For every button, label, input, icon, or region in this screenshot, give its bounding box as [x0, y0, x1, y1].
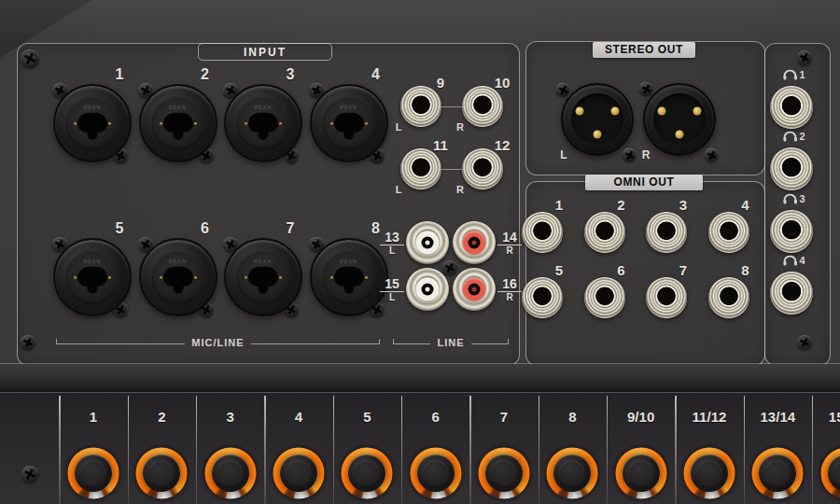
jack-number: 1	[799, 70, 805, 80]
xlr-trs-combo-connector[interactable]: REAN	[310, 238, 388, 316]
jack-number: 9	[437, 75, 444, 91]
omni-out-label-plate: OMNI OUT	[585, 175, 703, 190]
phone-jack-connector[interactable]	[522, 212, 563, 253]
phone-jack-connector[interactable]	[584, 212, 625, 253]
xlr-trs-combo-connector[interactable]: REAN	[310, 84, 388, 162]
phone-jack-connector[interactable]	[770, 210, 813, 253]
jack-number: 10	[495, 75, 511, 91]
mic-line-group-label: MIC/LINE	[191, 337, 244, 348]
xlr-trs-combo-connector[interactable]: REAN	[139, 238, 217, 316]
combo-hole	[248, 267, 278, 287]
input-section-label: INPUT	[198, 43, 332, 61]
jack-number: 2	[201, 66, 209, 83]
channel-number: 6	[431, 409, 439, 425]
xlr-trs-combo-connector[interactable]: REAN	[53, 238, 132, 316]
knob-cap-inner	[628, 461, 653, 486]
combo-face: REAN	[322, 96, 376, 150]
chassis-shadow-band	[0, 364, 840, 392]
channel-number: 7	[500, 409, 508, 425]
phones-label: 2	[783, 132, 805, 142]
xlr-trs-combo-connector[interactable]: REAN	[53, 84, 132, 162]
phone-jack-connector[interactable]	[462, 86, 503, 127]
input-label-text: INPUT	[244, 46, 287, 59]
knob-cap-inner	[355, 461, 380, 486]
knob-cap-inner	[149, 461, 175, 486]
chassis-top-highlight	[0, 0, 840, 43]
phone-jack-connector[interactable]	[770, 272, 813, 315]
jack-number: 6	[617, 262, 624, 278]
channel-number: 11/12	[693, 409, 727, 425]
jack-side-label: L	[378, 293, 406, 302]
phone-jack-connector[interactable]	[646, 212, 687, 253]
jack-side-label: R	[456, 121, 464, 133]
headphones-icon	[783, 132, 796, 142]
xlr-male-connector[interactable]	[643, 83, 716, 156]
brand-label: REAN	[340, 105, 357, 110]
screw-icon	[21, 335, 35, 350]
rca-connector[interactable]	[453, 268, 496, 311]
headphones-icon	[783, 256, 796, 266]
channel-number: 9/10	[627, 409, 654, 425]
combo-face: REAN	[236, 250, 290, 304]
rca-label: 16 R	[496, 278, 524, 302]
channel-number: 5	[363, 409, 371, 425]
channel-divider	[128, 396, 129, 504]
stereo-out-label-plate: STEREO OUT	[593, 42, 695, 58]
phone-jack-connector[interactable]	[462, 148, 503, 189]
jack-number: 7	[287, 220, 295, 237]
phone-jack-connector[interactable]	[646, 277, 687, 318]
phone-jack-connector[interactable]	[522, 277, 563, 318]
phone-jack-connector[interactable]	[770, 86, 813, 129]
headphones-icon	[783, 194, 796, 204]
phones-label: 4	[783, 256, 805, 266]
brand-label: REAN	[169, 105, 187, 110]
channel-number: 1	[90, 409, 97, 425]
phone-jack-connector[interactable]	[584, 277, 625, 318]
combo-face: REAN	[322, 250, 376, 304]
jack-side-label: L	[396, 121, 402, 133]
screw-icon	[797, 50, 812, 65]
phone-jack-connector[interactable]	[708, 277, 749, 318]
bracket-line	[56, 339, 185, 344]
xlr-male-connector[interactable]	[561, 83, 634, 156]
brand-label: REAN	[169, 259, 187, 264]
rca-connector[interactable]	[453, 221, 496, 264]
phone-jack-connector[interactable]	[770, 147, 813, 190]
channel-number: 4	[295, 409, 302, 425]
screw-icon	[705, 148, 719, 162]
combo-hole	[334, 113, 364, 133]
rca-connector[interactable]	[406, 268, 449, 311]
jack-side-label: L	[396, 184, 402, 195]
jack-number: 1	[116, 66, 124, 83]
jack-side-label: L	[378, 246, 406, 256]
jack-number: 8	[741, 262, 749, 278]
channel-divider	[196, 396, 197, 504]
phone-jack-connector[interactable]	[400, 148, 441, 189]
bracket-line	[471, 339, 509, 344]
jack-side-label: L	[560, 148, 567, 161]
channel-divider	[539, 396, 539, 504]
mixer-rear-panel: INPUT STEREO OUT OMNI OUT MIC/LINE LINE …	[0, 0, 840, 504]
phone-jack-connector[interactable]	[708, 212, 749, 253]
jack-number: 7	[679, 262, 687, 278]
line-group-label: LINE	[437, 337, 464, 348]
channel-divider	[812, 396, 813, 504]
brand-label: REAN	[255, 259, 273, 264]
combo-hole	[77, 267, 107, 287]
screw-icon	[639, 82, 653, 96]
xlr-trs-combo-connector[interactable]: REAN	[224, 238, 302, 316]
brand-label: REAN	[84, 105, 102, 110]
channel-divider	[607, 396, 608, 504]
rca-connector[interactable]	[406, 221, 449, 264]
jack-number: 3	[287, 66, 295, 83]
xlr-trs-combo-connector[interactable]: REAN	[139, 84, 217, 162]
channel-number: 15/16	[829, 409, 840, 425]
xlr-trs-combo-connector[interactable]: REAN	[224, 84, 302, 162]
phone-jack-connector[interactable]	[400, 86, 441, 127]
mic-line-group-bracket: MIC/LINE	[56, 333, 380, 344]
xlr-pin	[658, 107, 666, 116]
xlr-pin	[594, 131, 602, 139]
phones-label: 3	[783, 194, 805, 204]
jack-number: 3	[679, 197, 687, 213]
channel-divider	[264, 396, 265, 504]
